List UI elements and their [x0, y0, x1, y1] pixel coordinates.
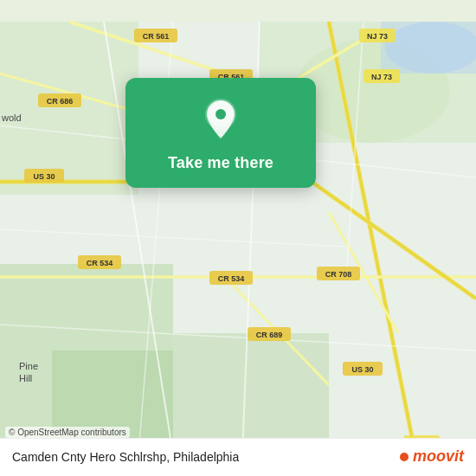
svg-text:CR 708: CR 708 — [325, 270, 352, 279]
svg-text:NJ 73: NJ 73 — [371, 73, 392, 81]
svg-text:NJ 73: NJ 73 — [367, 32, 388, 41]
moovit-logo: moovit — [400, 447, 464, 466]
moovit-dot — [400, 453, 408, 461]
svg-point-57 — [215, 109, 226, 119]
bottom-bar: Camden Cnty Hero Schlrshp, Philadelphia … — [0, 438, 476, 476]
svg-text:CR 689: CR 689 — [256, 331, 283, 339]
svg-text:wold: wold — [1, 113, 22, 123]
svg-text:CR 686: CR 686 — [47, 97, 74, 106]
svg-text:US 30: US 30 — [33, 172, 55, 181]
osm-credit: © OpenStreetMap contributors — [5, 427, 130, 438]
moovit-brand-text: moovit — [413, 447, 464, 466]
svg-text:CR 534: CR 534 — [218, 274, 245, 283]
svg-text:CR 534: CR 534 — [87, 259, 113, 267]
take-me-there-button[interactable]: Take me there — [168, 154, 273, 172]
svg-rect-4 — [173, 333, 329, 454]
map-background: CR 561 CR 561 NJ 73 NJ 73 CR 686 US 30 C… — [0, 0, 476, 476]
svg-text:US 30: US 30 — [351, 365, 373, 374]
popup-card: Take me there — [125, 78, 316, 188]
svg-text:Hill: Hill — [19, 373, 32, 383]
svg-text:Pine: Pine — [19, 361, 38, 371]
location-name: Camden Cnty Hero Schlrshp, Philadelphia — [12, 450, 239, 464]
svg-rect-8 — [381, 22, 476, 74]
svg-text:CR 561: CR 561 — [143, 32, 170, 41]
location-pin-icon — [198, 97, 243, 142]
map-container: CR 561 CR 561 NJ 73 NJ 73 CR 686 US 30 C… — [0, 0, 476, 476]
